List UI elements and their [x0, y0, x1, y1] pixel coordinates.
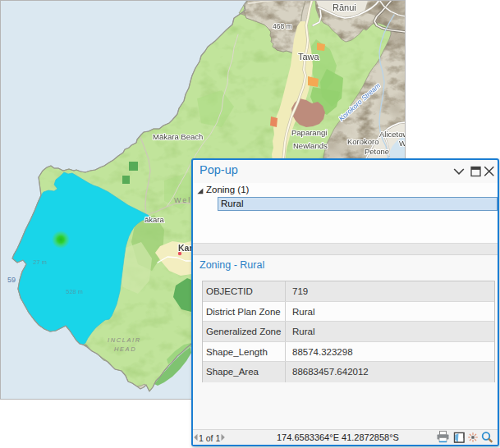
svg-text:INCLAIR: INCLAIR — [108, 336, 141, 344]
svg-text:ākara: ākara — [144, 215, 164, 224]
svg-text:HEAD: HEAD — [114, 345, 136, 353]
svg-text:Rānui: Rānui — [333, 2, 356, 12]
svg-text:468 m: 468 m — [273, 22, 292, 30]
svg-text:Tawa: Tawa — [298, 52, 320, 62]
svg-text:528 m: 528 m — [66, 288, 83, 295]
svg-text:Mākara Beach: Mākara Beach — [153, 132, 203, 141]
svg-text:W: W — [399, 139, 406, 148]
svg-text:59: 59 — [7, 276, 16, 284]
svg-text:Paparangi: Paparangi — [291, 128, 327, 137]
svg-text:Korokoro: Korokoro — [347, 137, 379, 146]
svg-text:Newlands: Newlands — [293, 141, 328, 150]
svg-text:Wel: Wel — [174, 196, 191, 204]
svg-text:Petone: Petone — [365, 147, 389, 156]
svg-text:27 m: 27 m — [33, 258, 47, 266]
svg-text:Kar: Kar — [178, 243, 193, 253]
svg-text:Alicetow: Alicetow — [379, 130, 406, 139]
